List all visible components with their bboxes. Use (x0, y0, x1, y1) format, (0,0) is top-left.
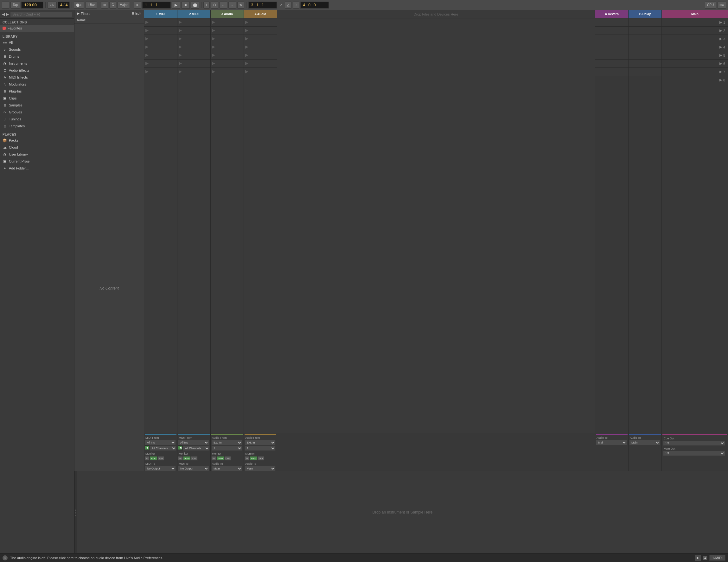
return-b-clip-7[interactable] (629, 68, 661, 76)
automation-icon[interactable]: ⌇ (293, 2, 299, 9)
tempo-display[interactable]: 120.00 (21, 2, 43, 9)
master-clip-5[interactable]: ▶5 (662, 51, 728, 60)
track-header-1-midi[interactable]: 1 MIDI (144, 10, 177, 18)
master-clip-4[interactable]: ▶4 (662, 43, 728, 51)
sidebar-item-tunings[interactable]: ♩ Tunings (0, 116, 74, 123)
main-out-select[interactable]: 1/2 (663, 451, 725, 456)
monitor-in-4[interactable]: In (245, 456, 249, 461)
record-quant-icon[interactable]: ⬤○ (74, 2, 84, 9)
midi-clip-btn[interactable]: ⬡ (211, 2, 218, 9)
sidebar-item-user-library[interactable]: ◔ User Library (0, 151, 74, 158)
sidebar-item-midi-effects[interactable]: ≋ MIDI Effects (0, 74, 74, 81)
clip-slot-4-2[interactable] (244, 27, 277, 35)
grid-toggle[interactable]: ⊞≡ (717, 2, 726, 9)
track-header-2-midi[interactable]: 2 MIDI (177, 10, 211, 18)
return-b-clip-5[interactable] (629, 51, 661, 60)
track-header-b-delay[interactable]: B Delay (629, 10, 662, 18)
monitor-auto-2[interactable]: Auto (183, 456, 191, 461)
return-a-clip-2[interactable] (595, 27, 628, 35)
instrument-drop-zone[interactable]: Drop an Instrument or Sample Here (77, 471, 728, 553)
status-up-icon[interactable]: ▲ (703, 556, 707, 560)
monitor-in-1[interactable]: In (145, 456, 150, 461)
clip-slot-2-4[interactable] (177, 43, 210, 51)
clip-slot-3-1[interactable] (211, 18, 244, 27)
record-btn[interactable]: ⬤ (191, 2, 199, 9)
all-channels-select-2[interactable]: All Channels (183, 446, 210, 451)
clip-slot-3-7[interactable] (211, 68, 244, 76)
midi-from-select-1[interactable]: All Ins (145, 440, 176, 445)
clip-slot-1-6[interactable] (144, 60, 177, 68)
stop-btn[interactable]: ■ (182, 2, 190, 9)
master-clip-6[interactable]: ▶6 (662, 60, 728, 68)
status-message[interactable]: The audio engine is off. Please click he… (10, 556, 692, 560)
sidebar-item-packs[interactable]: 📦 Packs (0, 137, 74, 144)
nav-forward-btn[interactable]: ▶ (6, 12, 9, 16)
forward-btn[interactable]: → (228, 2, 236, 9)
clip-slot-4-3[interactable] (244, 35, 277, 43)
return-a-clip-7[interactable] (595, 68, 628, 76)
clip-slot-2-7[interactable] (177, 68, 210, 76)
sidebar-item-drums[interactable]: ⊞ Drums (0, 53, 74, 60)
sidebar-item-clips[interactable]: ▣ Clips (0, 95, 74, 102)
back-btn[interactable]: ← (220, 2, 227, 9)
monitor-auto-1[interactable]: Auto (150, 456, 157, 461)
clip-slot-2-3[interactable] (177, 35, 210, 43)
clip-slot-1-4[interactable] (144, 43, 177, 51)
clip-slot-3-5[interactable] (211, 51, 244, 60)
scale-display[interactable]: Major (118, 2, 130, 9)
audio-from-select-3[interactable]: Ext. In (211, 440, 242, 445)
clip-slot-1-1[interactable] (144, 18, 177, 27)
monitor-out-4[interactable]: Out (258, 456, 264, 461)
sidebar-item-sounds[interactable]: ♪ Sounds (0, 46, 74, 53)
audio-to-select-a[interactable]: Main (596, 440, 627, 445)
sidebar-item-all[interactable]: ≡≡ All (0, 39, 74, 46)
monitor-in-2[interactable]: In (178, 456, 183, 461)
clip-slot-1-7[interactable] (144, 68, 177, 76)
return-a-clip-6[interactable] (595, 60, 628, 68)
return-a-clip-4[interactable] (595, 43, 628, 51)
sidebar-item-current-project[interactable]: ▣ Current Proje (0, 158, 74, 165)
midi-to-select-1[interactable]: No Output (145, 466, 176, 471)
monitor-auto-3[interactable]: Auto (216, 456, 224, 461)
bar-setting[interactable]: 1 Bar (85, 2, 97, 9)
key-display[interactable]: C (109, 2, 116, 9)
return-b-clip-3[interactable] (629, 35, 661, 43)
nav-back-btn[interactable]: ◀ (2, 12, 5, 16)
clip-slot-2-6[interactable] (177, 60, 210, 68)
clip-slot-1-5[interactable] (144, 51, 177, 60)
audio-from-ch-3[interactable]: 1 (211, 446, 242, 451)
clip-slot-1-3[interactable] (144, 35, 177, 43)
edit-btn[interactable]: ⊞ Edit (131, 11, 141, 16)
metronome-icon[interactable]: ♩♩♩ (48, 2, 57, 9)
track-header-3-audio[interactable]: 3 Audio (211, 10, 244, 18)
follow-icon[interactable]: ⊳ (134, 2, 141, 9)
play-btn[interactable]: ▶ (172, 2, 180, 9)
sidebar-item-audio-effects[interactable]: ⊡ Audio Effects (0, 67, 74, 74)
monitor-in-3[interactable]: In (211, 456, 216, 461)
sidebar-item-templates[interactable]: ⊟ Templates (0, 123, 74, 130)
clip-slot-4-6[interactable] (244, 60, 277, 68)
return-b-clip-4[interactable] (629, 43, 661, 51)
sidebar-item-modulators[interactable]: ∿ Modulators (0, 81, 74, 88)
search-input[interactable] (10, 11, 72, 17)
return-a-clip-5[interactable] (595, 51, 628, 60)
monitor-out-1[interactable]: Out (158, 456, 164, 461)
return-b-clip-1[interactable] (629, 18, 661, 27)
sidebar-item-add-folder[interactable]: + Add Folder... (0, 165, 74, 172)
sidebar-item-cloud[interactable]: ☁ Cloud (0, 144, 74, 151)
master-clip-1[interactable]: ▶1 (662, 18, 728, 27)
clip-slot-2-2[interactable] (177, 27, 210, 35)
audio-to-select-4[interactable]: Main (245, 466, 276, 471)
track-header-a-reverb[interactable]: A Reverb (595, 10, 629, 18)
loop-end-display[interactable]: 4 . 0 . 0 (300, 2, 329, 9)
sidebar-item-instruments[interactable]: ◔ Instruments (0, 60, 74, 67)
return-a-clip-3[interactable] (595, 35, 628, 43)
clip-slot-1-2[interactable] (144, 27, 177, 35)
return-b-clip-6[interactable] (629, 60, 661, 68)
midi-input-indicator-2[interactable]: ◀ (178, 445, 182, 450)
midi-from-select-2[interactable]: All Ins (178, 440, 209, 445)
clip-slot-3-2[interactable] (211, 27, 244, 35)
master-clip-8[interactable]: ▶8 (662, 76, 728, 84)
clip-slot-3-3[interactable] (211, 35, 244, 43)
tap-tempo-btn[interactable]: Tap (10, 2, 20, 9)
